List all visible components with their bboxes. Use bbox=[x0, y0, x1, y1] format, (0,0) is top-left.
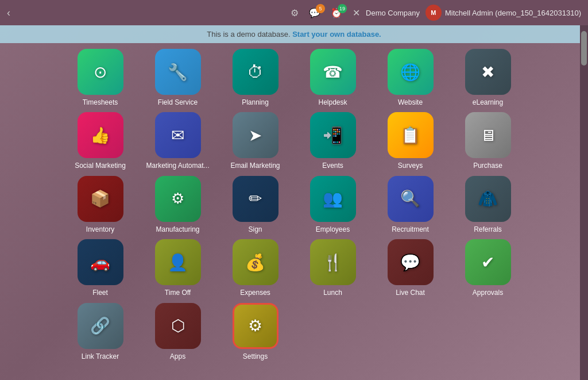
messages-badge: 5 bbox=[316, 4, 325, 13]
user-name: Mitchell Admin (demo_150_1642031310) bbox=[445, 9, 581, 17]
activity-icon[interactable]: ⏰ 19 bbox=[331, 7, 342, 18]
app-icon-inventory: 📦 bbox=[78, 176, 123, 222]
app-label-sign: Sign bbox=[248, 225, 262, 233]
app-label-referrals: Referrals bbox=[474, 225, 502, 233]
app-label-employees: Employees bbox=[316, 225, 350, 233]
demo-banner: This is a demo database. Start your own … bbox=[0, 25, 588, 43]
activity-badge: 19 bbox=[338, 4, 347, 13]
app-icon-settings: ⚙ bbox=[233, 303, 278, 349]
app-icon-field-service: 🔧 bbox=[155, 49, 201, 95]
app-label-fleet: Fleet bbox=[92, 289, 108, 297]
avatar: M bbox=[425, 5, 442, 21]
app-item-link-tracker[interactable]: 🔗Link Tracker bbox=[66, 303, 135, 360]
app-grid: ⊙Timesheets🔧Field Service⏱Planning☎Helpd… bbox=[11, 49, 577, 360]
app-label-lunch: Lunch bbox=[323, 289, 342, 297]
app-item-helpdesk[interactable]: ☎Helpdesk bbox=[299, 49, 368, 106]
app-item-purchase[interactable]: 🖥Purchase bbox=[454, 112, 523, 170]
app-icon-link-tracker: 🔗 bbox=[78, 303, 123, 349]
app-icon-sign: ✏ bbox=[233, 176, 278, 222]
app-label-social-marketing: Social Marketing bbox=[75, 162, 126, 170]
app-item-elearning[interactable]: ✖eLearning bbox=[454, 49, 523, 106]
app-label-field-service: Field Service bbox=[158, 98, 198, 106]
app-icon-timesheets: ⊙ bbox=[78, 49, 123, 95]
app-label-link-tracker: Link Tracker bbox=[82, 352, 119, 360]
app-item-fleet[interactable]: 🚗Fleet bbox=[66, 239, 135, 297]
main-content: ⊙Timesheets🔧Field Service⏱Planning☎Helpd… bbox=[0, 43, 588, 377]
app-icon-time-off: 👤 bbox=[155, 239, 201, 285]
app-item-recruitment[interactable]: 🔍Recruitment bbox=[376, 176, 445, 233]
app-label-expenses: Expenses bbox=[240, 289, 270, 297]
app-label-helpdesk: Helpdesk bbox=[318, 98, 347, 106]
app-icon-apps: ⬡ bbox=[155, 303, 201, 349]
app-item-surveys[interactable]: 📋Surveys bbox=[376, 112, 445, 170]
app-label-apps: Apps bbox=[170, 352, 185, 360]
messages-icon[interactable]: 💬 5 bbox=[309, 7, 320, 18]
app-icon-events: 📲 bbox=[310, 112, 356, 158]
app-item-planning[interactable]: ⏱Planning bbox=[221, 49, 290, 106]
app-item-inventory[interactable]: 📦Inventory bbox=[66, 176, 135, 233]
app-icon-helpdesk: ☎ bbox=[310, 49, 356, 95]
app-icon-fleet: 🚗 bbox=[78, 239, 123, 285]
start-own-db-link[interactable]: Start your own database. bbox=[292, 30, 381, 39]
app-icon-elearning: ✖ bbox=[465, 49, 511, 95]
app-item-timesheets[interactable]: ⊙Timesheets bbox=[66, 49, 135, 106]
app-icon-recruitment: 🔍 bbox=[388, 176, 434, 222]
app-icon-approvals: ✔ bbox=[465, 239, 511, 285]
app-icon-referrals: 🧥 bbox=[465, 176, 511, 222]
app-icon-surveys: 📋 bbox=[388, 112, 434, 158]
app-icon-live-chat: 💬 bbox=[388, 239, 434, 285]
app-icon-manufacturing: ⚙ bbox=[155, 176, 201, 222]
app-label-recruitment: Recruitment bbox=[392, 225, 429, 233]
app-icon-planning: ⏱ bbox=[233, 49, 278, 95]
app-label-email-marketing: Email Marketing bbox=[230, 162, 280, 170]
back-button[interactable]: ‹ bbox=[7, 7, 10, 19]
app-label-elearning: eLearning bbox=[473, 98, 503, 106]
app-label-approvals: Approvals bbox=[473, 289, 503, 297]
app-icon-employees: 👥 bbox=[310, 176, 356, 222]
app-label-marketing-automation: Marketing Automat... bbox=[146, 162, 209, 170]
scrollbar-thumb[interactable] bbox=[581, 31, 587, 66]
app-icon-expenses: 💰 bbox=[233, 239, 278, 285]
app-item-referrals[interactable]: 🧥Referrals bbox=[454, 176, 523, 233]
app-item-settings[interactable]: ⚙Settings bbox=[221, 303, 290, 360]
app-label-events: Events bbox=[322, 162, 343, 170]
app-label-inventory: Inventory bbox=[86, 225, 114, 233]
app-label-surveys: Surveys bbox=[398, 162, 423, 170]
app-icon-lunch: 🍴 bbox=[310, 239, 356, 285]
app-icon-social-marketing: 👍 bbox=[78, 112, 123, 158]
app-item-social-marketing[interactable]: 👍Social Marketing bbox=[66, 112, 135, 170]
app-icon-email-marketing: ➤ bbox=[233, 112, 278, 158]
app-label-planning: Planning bbox=[242, 98, 269, 106]
app-icon-marketing-automation: ✉ bbox=[155, 112, 201, 158]
app-item-approvals[interactable]: ✔Approvals bbox=[454, 239, 523, 297]
gear-icon[interactable]: ⚙ bbox=[291, 7, 299, 18]
app-item-events[interactable]: 📲Events bbox=[299, 112, 368, 170]
close-icon[interactable]: ✕ bbox=[353, 7, 360, 18]
app-item-website[interactable]: 🌐Website bbox=[376, 49, 445, 106]
app-item-field-service[interactable]: 🔧Field Service bbox=[144, 49, 212, 106]
topbar: ‹ ⚙ 💬 5 ⏰ 19 ✕ Demo Company M Mitchell A… bbox=[0, 0, 588, 25]
app-label-live-chat: Live Chat bbox=[396, 289, 425, 297]
app-item-lunch[interactable]: 🍴Lunch bbox=[299, 239, 368, 297]
app-item-manufacturing[interactable]: ⚙Manufacturing bbox=[144, 176, 212, 233]
app-label-manufacturing: Manufacturing bbox=[156, 225, 199, 233]
app-label-purchase: Purchase bbox=[473, 162, 502, 170]
app-label-settings: Settings bbox=[243, 352, 268, 360]
app-item-employees[interactable]: 👥Employees bbox=[299, 176, 368, 233]
demo-text: This is a demo database. bbox=[207, 30, 290, 39]
app-label-website: Website bbox=[398, 98, 423, 106]
app-item-time-off[interactable]: 👤Time Off bbox=[144, 239, 212, 297]
company-name: Demo Company bbox=[366, 9, 420, 17]
topbar-icons: ⚙ 💬 5 ⏰ 19 ✕ bbox=[291, 7, 360, 18]
user-info: M Mitchell Admin (demo_150_1642031310) bbox=[425, 5, 581, 21]
scrollbar[interactable] bbox=[580, 25, 588, 380]
app-item-sign[interactable]: ✏Sign bbox=[221, 176, 290, 233]
app-item-email-marketing[interactable]: ➤Email Marketing bbox=[221, 112, 290, 170]
app-item-marketing-automation[interactable]: ✉Marketing Automat... bbox=[144, 112, 212, 170]
app-item-apps[interactable]: ⬡Apps bbox=[144, 303, 212, 360]
app-label-time-off: Time Off bbox=[165, 289, 191, 297]
app-item-live-chat[interactable]: 💬Live Chat bbox=[376, 239, 445, 297]
app-icon-website: 🌐 bbox=[388, 49, 434, 95]
app-item-expenses[interactable]: 💰Expenses bbox=[221, 239, 290, 297]
app-label-timesheets: Timesheets bbox=[83, 98, 118, 106]
